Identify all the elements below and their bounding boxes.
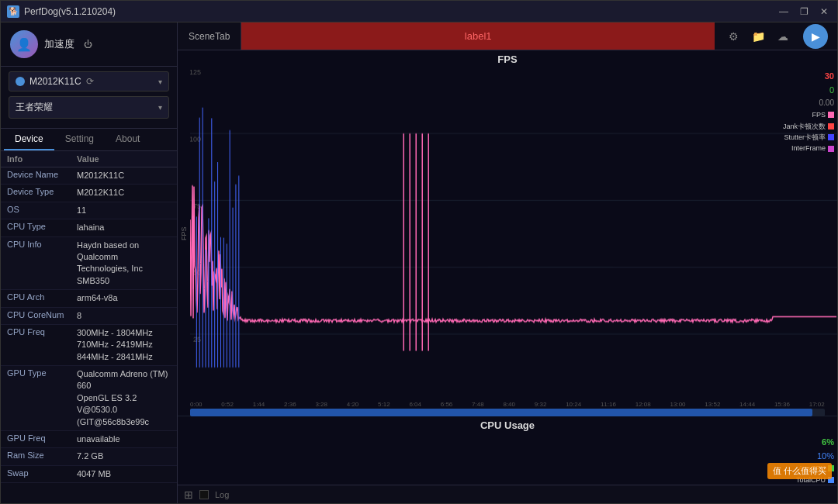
fps-chart-section: FPS FPS 30 0 0.00 FPS [178, 50, 837, 416]
row-value: arm64-v8a [77, 292, 171, 304]
table-row: GPU TypeQualcomm Adreno (TM) 660OpenGL E… [1, 366, 177, 431]
tab-about[interactable]: About [105, 129, 151, 150]
row-key: OS [7, 205, 77, 214]
titlebar: 🐕 PerfDog(v5.1.210204) — ❐ ✕ [1, 1, 837, 22]
cpu-chart-inner: % 6% 10% AppCPU TotalCPU [178, 433, 837, 485]
row-key: CPU Type [7, 222, 77, 231]
row-value: Qualcomm Adreno (TM) 660OpenGL ES 3.2 V@… [77, 368, 171, 428]
log-label: Log [215, 490, 229, 499]
row-value: M2012K11C [77, 187, 171, 198]
cpu-app-value: 6% [796, 436, 834, 450]
cpu-canvas-wrapper: 6% 10% AppCPU TotalCPU [190, 433, 837, 485]
window-controls: — ❐ ✕ [777, 5, 831, 19]
row-key: CPU CoreNum [7, 310, 77, 319]
table-row: Device NameM2012K11C [1, 167, 177, 185]
row-value: unavailable [77, 433, 171, 445]
row-value: 8 [77, 310, 171, 322]
info-table: Info Value Device NameM2012K11CDevice Ty… [1, 151, 177, 503]
fps-scrollbar[interactable] [190, 409, 825, 416]
row-value: 300MHz - 1804MHz710MHz - 2419MHz844MHz -… [77, 327, 171, 363]
table-row: GPU Frequnavailable [1, 431, 177, 448]
row-value: 7.2 GB [77, 450, 171, 462]
content-area: 👤 加速度 ⏻ M2012K11C ⟳ ▾ 王者荣耀 [1, 22, 837, 503]
fps-value: 30 [783, 70, 834, 84]
fps-bigjank: 0.00 [783, 97, 834, 109]
restore-button[interactable]: ❐ [797, 5, 811, 19]
device-selector: M2012K11C ⟳ ▾ 王者荣耀 ▾ [1, 67, 177, 129]
fps-scrollbar-thumb [190, 409, 812, 416]
row-key: Device Type [7, 187, 77, 196]
play-button[interactable]: ▶ [803, 24, 828, 49]
cpu-chart-title: CPU Usage [178, 419, 837, 431]
row-key: CPU Info [7, 240, 77, 249]
expand-icon[interactable]: ⊞ [184, 488, 193, 501]
row-key: GPU Type [7, 368, 77, 378]
table-row: CPU CoreNum8 [1, 308, 177, 325]
table-row: CPU Freq300MHz - 1804MHz710MHz - 2419MHz… [1, 325, 177, 366]
tab-setting[interactable]: Setting [54, 129, 105, 150]
game-select[interactable]: 王者荣耀 ▾ [9, 96, 169, 119]
cpu-chart-section: CPU Usage % 6% 10% AppCPU [178, 416, 837, 485]
fps-jank: 0 [783, 84, 834, 98]
cloud-icon[interactable]: ☁ [774, 27, 792, 46]
game-name: 王者荣耀 [16, 101, 53, 114]
table-row: Ram Size7.2 GB [1, 448, 177, 465]
row-key: CPU Arch [7, 292, 77, 302]
app-icon: 🐕 [7, 5, 19, 18]
row-value: 4047 MB [77, 468, 171, 480]
fps-legend-fps: FPS [783, 109, 834, 120]
main-window: 🐕 PerfDog(v5.1.210204) — ❐ ✕ 👤 加速度 ⏻ M20… [0, 0, 838, 504]
watermark: 值 什么值得买 [767, 463, 832, 479]
username: 加速度 [44, 37, 74, 51]
close-button[interactable]: ✕ [817, 5, 831, 19]
table-row: CPU Archarm64-v8a [1, 290, 177, 307]
table-row: CPU InfoHaydn based on Qualcomm Technolo… [1, 237, 177, 291]
sidebar: 👤 加速度 ⏻ M2012K11C ⟳ ▾ 王者荣耀 [1, 22, 178, 503]
folder-icon[interactable]: 📁 [749, 27, 767, 46]
device-select[interactable]: M2012K11C ⟳ ▾ [9, 71, 169, 91]
table-row: Device TypeM2012K11C [1, 185, 177, 202]
device-status-icon [16, 77, 25, 86]
game-dropdown-arrow: ▾ [158, 103, 162, 112]
log-checkbox[interactable] [199, 490, 209, 499]
fps-y-label: FPS [178, 67, 190, 401]
window-title: PerfDog(v5.1.210204) [24, 6, 777, 17]
power-icon[interactable]: ⏻ [84, 40, 92, 49]
col-value: Value [77, 154, 99, 164]
user-section: 👤 加速度 ⏻ [1, 22, 177, 67]
fps-chart-title: FPS [178, 54, 837, 65]
scene-tab[interactable]: SceneTab [178, 22, 241, 50]
col-info: Info [7, 154, 77, 164]
fps-legend-interframe: InterFrame [783, 143, 834, 154]
refresh-icon: ⟳ [86, 76, 94, 87]
minimize-button[interactable]: — [777, 5, 791, 19]
row-value: Haydn based on Qualcomm Technologies, In… [77, 240, 171, 288]
sidebar-tabs: Device Setting About [1, 129, 177, 151]
row-value: M2012K11C [77, 170, 171, 181]
settings-icon[interactable]: ⚙ [724, 27, 743, 46]
main-area: SceneTab label1 ⚙ 📁 ☁ ▶ FPS FPS [178, 22, 837, 503]
fps-legend-stutter: Stutter卡顿率 [783, 132, 834, 143]
charts-area: FPS FPS 30 0 0.00 FPS [178, 50, 837, 485]
table-row: CPU Typelahaina [1, 219, 177, 236]
fps-chart-inner: FPS 30 0 0.00 FPS Jank [178, 67, 837, 401]
fps-legend-jank: Jank卡顿次数 [783, 121, 834, 132]
label-tab[interactable]: label1 [241, 22, 715, 50]
cpu-canvas [190, 433, 837, 485]
row-key: Swap [7, 468, 77, 478]
top-icons: ⚙ 📁 ☁ ▶ [715, 24, 837, 49]
fps-x-axis: 0:000:521:442:363:284:205:126:046:567:48… [178, 401, 837, 408]
info-rows: Device NameM2012K11CDevice TypeM2012K11C… [1, 167, 177, 483]
row-key: Device Name [7, 170, 77, 179]
cpu-y-label: % [178, 433, 190, 485]
device-dropdown-arrow: ▾ [158, 78, 162, 86]
cpu-total-value: 10% [796, 450, 834, 464]
tab-device[interactable]: Device [4, 129, 54, 150]
row-value: lahaina [77, 222, 171, 233]
table-row: OS11 [1, 202, 177, 219]
device-name: M2012K11C [29, 76, 81, 87]
row-key: CPU Freq [7, 327, 77, 337]
row-key: Ram Size [7, 450, 77, 460]
fps-canvas [190, 67, 837, 401]
row-value: 11 [77, 205, 171, 216]
